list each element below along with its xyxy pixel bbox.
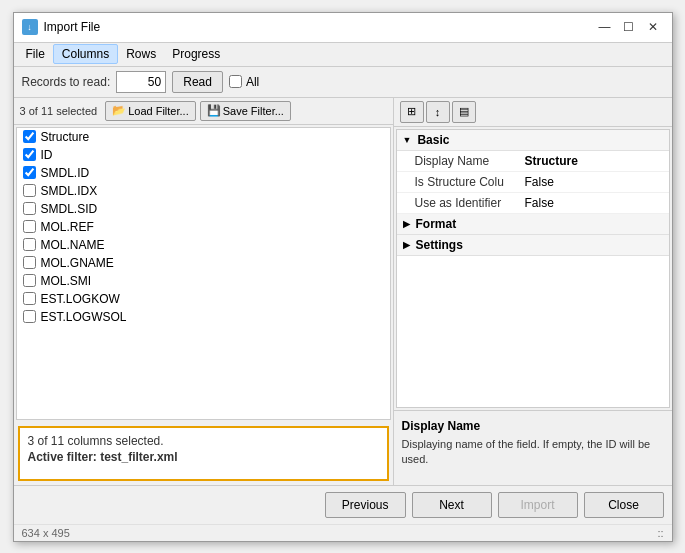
column-label: EST.LOGKOW <box>41 292 120 306</box>
selected-count: 3 of 11 selected <box>20 105 98 117</box>
use-as-identifier-value: False <box>525 196 554 210</box>
display-name-label: Display Name <box>415 154 525 168</box>
all-checkbox-label[interactable]: All <box>229 75 259 89</box>
title-bar: ↓ Import File — ☐ ✕ <box>14 13 672 43</box>
filter-bar: 3 of 11 selected 📂 Load Filter... 💾 Save… <box>14 98 393 125</box>
column-checkbox[interactable] <box>23 256 36 269</box>
settings-section-label: Settings <box>416 238 463 252</box>
is-structure-row: Is Structure Colu False <box>397 172 669 193</box>
right-panel-toolbar: ⊞ ↕ ▤ <box>394 98 672 127</box>
grid-view-button[interactable]: ⊞ <box>400 101 424 123</box>
column-checkbox[interactable] <box>23 184 36 197</box>
column-checkbox[interactable] <box>23 202 36 215</box>
import-button[interactable]: Import <box>498 492 578 518</box>
title-bar-left: ↓ Import File <box>22 19 101 35</box>
active-filter: Active filter: test_filter.xml <box>28 450 379 464</box>
settings-section-header[interactable]: Settings <box>397 235 669 256</box>
properties-panel: Basic Display Name Structure Is Structur… <box>396 129 670 408</box>
display-name-row: Display Name Structure <box>397 151 669 172</box>
list-item[interactable]: SMDL.IDX <box>17 182 390 200</box>
status-bar-left: 3 of 11 columns selected. Active filter:… <box>18 426 389 481</box>
use-as-identifier-label: Use as Identifier <box>415 196 525 210</box>
basic-section-label: Basic <box>417 133 449 147</box>
column-label: MOL.GNAME <box>41 256 114 270</box>
list-item[interactable]: MOL.NAME <box>17 236 390 254</box>
settings-chevron <box>403 240 410 250</box>
read-button[interactable]: Read <box>172 71 223 93</box>
format-chevron <box>403 219 410 229</box>
next-button[interactable]: Next <box>412 492 492 518</box>
list-item[interactable]: EST.LOGKOW <box>17 290 390 308</box>
basic-section-header[interactable]: Basic <box>397 130 669 151</box>
display-name-value: Structure <box>525 154 578 168</box>
column-list: StructureIDSMDL.IDSMDL.IDXSMDL.SIDMOL.RE… <box>16 127 391 420</box>
window-icon: ↓ <box>22 19 38 35</box>
right-panel: ⊞ ↕ ▤ Basic Display Name Structure Is St… <box>394 98 672 485</box>
column-label: Structure <box>41 130 90 144</box>
records-label: Records to read: <box>22 75 111 89</box>
all-checkbox[interactable] <box>229 75 242 88</box>
is-structure-label: Is Structure Colu <box>415 175 525 189</box>
status-bottom: 634 x 495 :: <box>14 524 672 541</box>
main-content: 3 of 11 selected 📂 Load Filter... 💾 Save… <box>14 98 672 485</box>
title-controls: — ☐ ✕ <box>594 16 664 38</box>
use-as-identifier-row: Use as Identifier False <box>397 193 669 214</box>
records-input[interactable] <box>116 71 166 93</box>
column-label: MOL.REF <box>41 220 94 234</box>
basic-chevron <box>403 135 412 145</box>
load-filter-icon: 📂 <box>112 104 126 117</box>
save-filter-icon: 💾 <box>207 104 221 117</box>
menu-item-columns[interactable]: Columns <box>53 44 118 64</box>
menu-item-progress[interactable]: Progress <box>164 45 228 63</box>
dimensions-label: 634 x 495 <box>22 527 70 539</box>
list-item[interactable]: MOL.GNAME <box>17 254 390 272</box>
list-item[interactable]: MOL.REF <box>17 218 390 236</box>
column-checkbox[interactable] <box>23 148 36 161</box>
list-item[interactable]: SMDL.SID <box>17 200 390 218</box>
column-label: SMDL.ID <box>41 166 90 180</box>
column-label: MOL.SMI <box>41 274 92 288</box>
column-checkbox[interactable] <box>23 274 36 287</box>
sort-button[interactable]: ↕ <box>426 101 450 123</box>
is-structure-value: False <box>525 175 554 189</box>
list-item[interactable]: SMDL.ID <box>17 164 390 182</box>
toolbar: Records to read: Read All <box>14 67 672 98</box>
menu-item-rows[interactable]: Rows <box>118 45 164 63</box>
column-checkbox[interactable] <box>23 310 36 323</box>
format-section-header[interactable]: Format <box>397 214 669 235</box>
minimize-button[interactable]: — <box>594 16 616 38</box>
menu-item-file[interactable]: File <box>18 45 53 63</box>
close-button[interactable]: Close <box>584 492 664 518</box>
column-checkbox[interactable] <box>23 166 36 179</box>
help-text: Displaying name of the field. If empty, … <box>402 437 664 468</box>
list-item[interactable]: EST.LOGWSOL <box>17 308 390 326</box>
status-count: 3 of 11 columns selected. <box>28 434 379 448</box>
column-label: SMDL.SID <box>41 202 98 216</box>
main-window: ↓ Import File — ☐ ✕ FileColumnsRowsProgr… <box>13 12 673 542</box>
left-panel: 3 of 11 selected 📂 Load Filter... 💾 Save… <box>14 98 394 485</box>
column-checkbox[interactable] <box>23 238 36 251</box>
menu-bar: FileColumnsRowsProgress <box>14 43 672 67</box>
column-checkbox[interactable] <box>23 220 36 233</box>
help-panel: Display Name Displaying name of the fiel… <box>394 410 672 485</box>
load-filter-button[interactable]: 📂 Load Filter... <box>105 101 196 121</box>
filter-view-button[interactable]: ▤ <box>452 101 476 123</box>
list-item[interactable]: ID <box>17 146 390 164</box>
help-title: Display Name <box>402 419 664 433</box>
column-label: ID <box>41 148 53 162</box>
list-item[interactable]: MOL.SMI <box>17 272 390 290</box>
column-label: EST.LOGWSOL <box>41 310 127 324</box>
previous-button[interactable]: Previous <box>325 492 406 518</box>
column-label: SMDL.IDX <box>41 184 98 198</box>
close-window-button[interactable]: ✕ <box>642 16 664 38</box>
footer-buttons: Previous Next Import Close <box>14 485 672 524</box>
resize-handle: :: <box>657 527 663 539</box>
window-title: Import File <box>44 20 101 34</box>
column-checkbox[interactable] <box>23 130 36 143</box>
list-item[interactable]: Structure <box>17 128 390 146</box>
column-label: MOL.NAME <box>41 238 105 252</box>
column-checkbox[interactable] <box>23 292 36 305</box>
save-filter-button[interactable]: 💾 Save Filter... <box>200 101 291 121</box>
format-section-label: Format <box>416 217 457 231</box>
maximize-button[interactable]: ☐ <box>618 16 640 38</box>
